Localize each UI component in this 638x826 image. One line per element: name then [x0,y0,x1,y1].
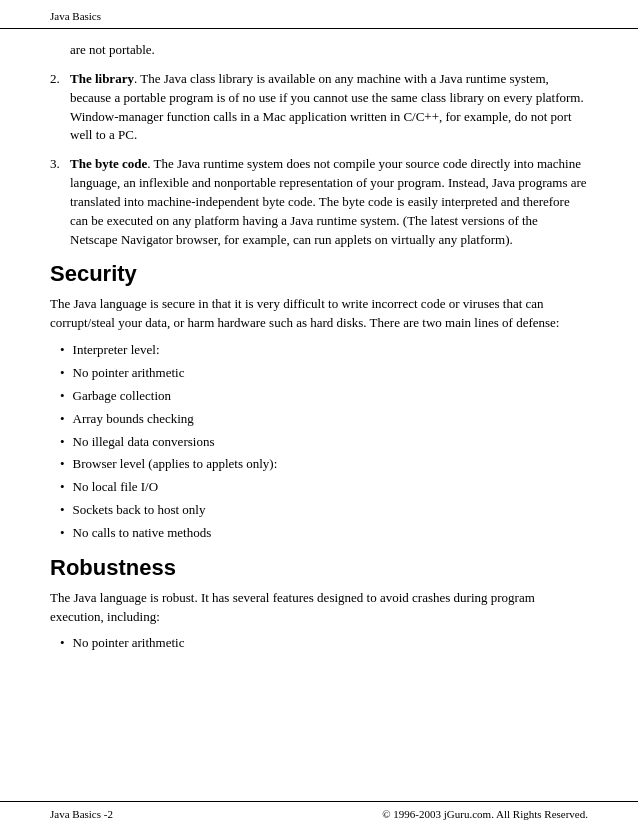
page-header: Java Basics [0,0,638,29]
list-item: Interpreter level: [50,341,588,360]
item-content-2: The library. The Java class library is a… [70,70,588,145]
footer-left: Java Basics -2 [50,808,113,820]
page-wrapper: Java Basics are not portable. 2. The lib… [0,0,638,826]
item-text-3: . The Java runtime system does not compi… [70,156,587,246]
page-footer: Java Basics -2 © 1996-2003 jGuru.com. Al… [0,801,638,826]
footer-right: © 1996-2003 jGuru.com. All Rights Reserv… [382,808,588,820]
list-item: Garbage collection [50,387,588,406]
header-title: Java Basics [50,10,101,22]
numbered-item-3: 3. The byte code. The Java runtime syste… [50,155,588,249]
continuation-paragraph: are not portable. [50,41,588,60]
main-content: are not portable. 2. The library. The Ja… [0,29,638,701]
security-intro: The Java language is secure in that it i… [50,295,588,333]
continuation-text: are not portable. [70,42,155,57]
list-item: Browser level (applies to applets only): [50,455,588,474]
security-heading: Security [50,261,588,287]
robustness-bullet-list: No pointer arithmetic [50,634,588,653]
list-item: No calls to native methods [50,524,588,543]
list-item: Sockets back to host only [50,501,588,520]
item-content-3: The byte code. The Java runtime system d… [70,155,588,249]
list-item: No illegal data conversions [50,433,588,452]
item-number-2: 2. [50,70,70,145]
list-item: No pointer arithmetic [50,364,588,383]
item-bold-3: The byte code [70,156,147,171]
robustness-intro: The Java language is robust. It has seve… [50,589,588,627]
security-bullet-list: Interpreter level: No pointer arithmetic… [50,341,588,543]
list-item: No local file I/O [50,478,588,497]
numbered-item-2: 2. The library. The Java class library i… [50,70,588,145]
item-bold-2: The library [70,71,134,86]
list-item: No pointer arithmetic [50,634,588,653]
list-item: Array bounds checking [50,410,588,429]
item-text-2: . The Java class library is available on… [70,71,584,143]
item-number-3: 3. [50,155,70,249]
robustness-heading: Robustness [50,555,588,581]
